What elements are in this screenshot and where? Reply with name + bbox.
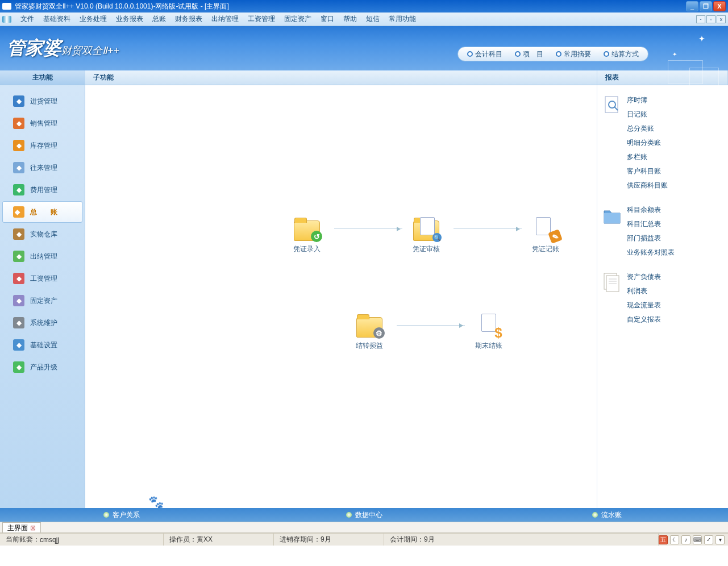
bottom-tab-数据中心[interactable]: 数据中心: [243, 510, 485, 520]
menu-固定资产[interactable]: 固定资产: [280, 15, 316, 23]
sidebar-item-总　账[interactable]: ◆总 账: [2, 201, 82, 223]
quick-常用摘要[interactable]: 常用摘要: [556, 49, 591, 59]
sidebar-item-固定资产[interactable]: ◆固定资产: [2, 290, 82, 311]
report-link[interactable]: 日记账: [627, 110, 668, 119]
report-link[interactable]: 多栏账: [627, 152, 668, 162]
menu-财务报表[interactable]: 财务报表: [170, 15, 207, 23]
menu-业务报表[interactable]: 业务报表: [111, 15, 148, 23]
sidebar-label: 销售管理: [30, 119, 57, 128]
menu-业务处理[interactable]: 业务处理: [75, 15, 111, 23]
menu-出纳管理[interactable]: 出纳管理: [207, 15, 243, 23]
menu-短信[interactable]: 短信: [361, 15, 384, 23]
status-operator: 操作员：黄XX: [164, 534, 274, 546]
dot-icon: [592, 512, 598, 518]
close-tab-icon[interactable]: ⊠: [30, 524, 36, 532]
dot-icon: [103, 512, 109, 518]
sidebar-icon: ◆: [13, 206, 24, 218]
sidebar-item-产品升级[interactable]: ◆产品升级: [2, 356, 82, 378]
menu-总账[interactable]: 总账: [148, 15, 170, 23]
folder-icon: [603, 205, 621, 227]
tray-icon[interactable]: ☾: [670, 535, 679, 544]
bottom-tab-客户关系[interactable]: 客户关系: [0, 510, 243, 520]
close-button[interactable]: X: [713, 1, 726, 11]
flow-voucher-post[interactable]: ✎ 凭证记账: [523, 216, 568, 254]
mdi-restore-icon[interactable]: ▫: [706, 15, 715, 23]
sidebar-item-实物仓库[interactable]: ◆实物仓库: [2, 223, 82, 245]
sidebar-item-库存管理[interactable]: ◆库存管理: [2, 135, 82, 156]
sidebar-icon: ◆: [13, 95, 24, 107]
status-tray: 五 ☾ ♪ ⌨ ✓ ▾: [659, 535, 728, 544]
sidebar-label: 产品升级: [30, 363, 57, 372]
tray-icon[interactable]: ⌨: [693, 535, 702, 544]
mdi-minimize-icon[interactable]: -: [696, 15, 705, 23]
report-column: 序时簿日记账总分类账明细分类账多栏账客户科目账供应商科目账 科目余额表科目汇总表…: [597, 85, 728, 508]
report-link[interactable]: 业务账务对照表: [627, 248, 675, 257]
app-icon: [2, 3, 11, 10]
report-link[interactable]: 现金流量表: [627, 301, 661, 310]
sidebar-label: 费用管理: [30, 185, 57, 195]
quick-access-pill: 会计科目项 目常用摘要结算方式: [457, 47, 648, 61]
star-icon: ✦: [698, 34, 705, 43]
menu-帮助[interactable]: 帮助: [339, 15, 361, 23]
sidebar-item-系统维护[interactable]: ◆系统维护: [2, 312, 82, 334]
report-link[interactable]: 部门损益表: [627, 234, 675, 243]
doc-tab-main[interactable]: 主界面⊠: [2, 522, 41, 532]
sidebar-item-销售管理[interactable]: ◆销售管理: [2, 113, 82, 134]
report-link[interactable]: 明细分类账: [627, 138, 668, 148]
sidebar-item-费用管理[interactable]: ◆费用管理: [2, 179, 82, 201]
sidebar-icon: ◆: [13, 162, 24, 173]
sidebar-item-工资管理[interactable]: ◆工资管理: [2, 268, 82, 289]
status-account: 当前账套：cmsqjj: [0, 534, 164, 546]
sidebar-icon: ◆: [13, 295, 24, 306]
workflow-canvas: ↺ 凭证录入 🔍 凭证审核 ✎ 凭证记账 ⚙ 结转损益 $ 期末结账 Bai🐾百…: [85, 85, 597, 508]
menu-app-icon: [2, 16, 11, 23]
report-link[interactable]: 资产负债表: [627, 272, 661, 282]
report-link[interactable]: 序时簿: [627, 95, 668, 105]
flow-voucher-audit[interactable]: 🔍 凭证审核: [403, 216, 449, 254]
tray-icon[interactable]: ✓: [704, 535, 713, 544]
report-link[interactable]: 科目汇总表: [627, 219, 675, 229]
report-link[interactable]: 科目余额表: [627, 205, 675, 215]
menu-文件[interactable]: 文件: [16, 15, 39, 23]
arrow-icon: [397, 325, 465, 326]
sidebar-item-基础设置[interactable]: ◆基础设置: [2, 334, 82, 356]
sidebar-header: 主功能: [0, 70, 85, 85]
tray-icon[interactable]: ▾: [715, 535, 725, 544]
mdi-close-icon[interactable]: x: [717, 15, 726, 23]
sidebar-label: 往来管理: [30, 163, 57, 173]
menu-窗口[interactable]: 窗口: [316, 15, 339, 23]
dot-icon: [346, 512, 352, 518]
sidebar-item-出纳管理[interactable]: ◆出纳管理: [2, 245, 82, 267]
sidebar-icon: ◆: [13, 140, 24, 151]
quick-项　目[interactable]: 项 目: [515, 49, 543, 59]
menu-基础资料[interactable]: 基础资料: [39, 15, 75, 23]
report-link[interactable]: 总分类账: [627, 124, 668, 134]
product-logo: 管家婆财贸双全Ⅱ++: [7, 36, 119, 61]
menu-常用功能[interactable]: 常用功能: [384, 15, 421, 23]
banner-decoration: [668, 60, 719, 89]
flow-voucher-entry[interactable]: ↺ 凭证录入: [284, 216, 330, 254]
tray-icon[interactable]: ♪: [681, 535, 690, 544]
maximize-button[interactable]: ❐: [700, 1, 712, 11]
bottom-tab-流水账[interactable]: 流水账: [485, 510, 728, 520]
sidebar-item-往来管理[interactable]: ◆往来管理: [2, 157, 82, 178]
quick-会计科目[interactable]: 会计科目: [467, 49, 502, 59]
menu-工资管理[interactable]: 工资管理: [243, 15, 280, 23]
quick-结算方式[interactable]: 结算方式: [604, 49, 639, 59]
bullet-icon: [604, 51, 609, 57]
menubar: 文件基础资料业务处理业务报表总账财务报表出纳管理工资管理固定资产窗口帮助短信常用…: [0, 13, 728, 26]
minimize-button[interactable]: _: [686, 1, 698, 11]
tray-icon[interactable]: 五: [659, 535, 668, 544]
sidebar-icon: ◆: [13, 118, 24, 129]
document-tabs: 主界面⊠: [0, 522, 728, 533]
report-link[interactable]: 供应商科目账: [627, 181, 668, 190]
column-headers: 主功能 子功能 报表: [0, 70, 728, 85]
flow-carry-profit[interactable]: ⚙ 结转损益: [347, 313, 392, 351]
report-link[interactable]: 自定义报表: [627, 315, 661, 324]
report-link[interactable]: 客户科目账: [627, 167, 668, 176]
sidebar-item-进货管理[interactable]: ◆进货管理: [2, 90, 82, 112]
sidebar-label: 出纳管理: [30, 252, 57, 261]
star-icon: ✦: [672, 51, 677, 57]
report-link[interactable]: 利润表: [627, 286, 661, 296]
flow-period-close[interactable]: $ 期末结账: [466, 313, 511, 351]
